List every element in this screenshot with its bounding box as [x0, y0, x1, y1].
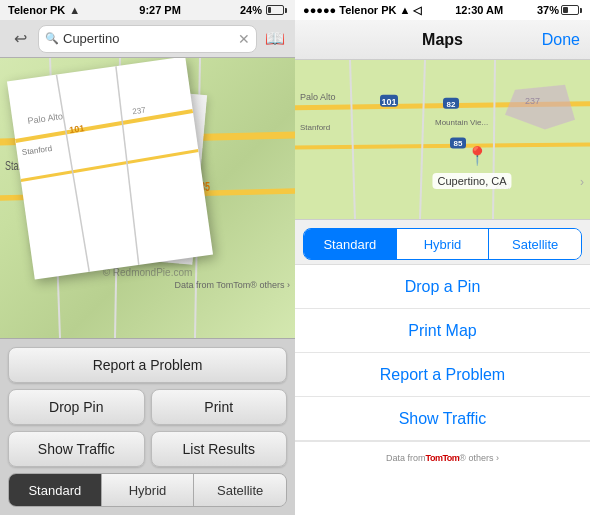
tomtom-text: Data from TomTom® others › — [175, 280, 291, 290]
btn-row-2: Show Traffic List Results — [8, 431, 287, 467]
watermark: © RedmondPie.com — [103, 267, 193, 278]
left-segment-control: Standard Hybrid Satellite — [8, 473, 287, 507]
right-menu: Drop a Pin Print Map Report a Problem Sh… — [295, 264, 590, 515]
svg-text:85: 85 — [454, 139, 463, 148]
map-chevron-icon[interactable]: › — [580, 175, 584, 189]
left-time: 9:27 PM — [139, 4, 181, 16]
svg-text:Stanford: Stanford — [21, 144, 52, 157]
svg-text:237: 237 — [132, 105, 147, 116]
right-nav-bar: Maps Done — [295, 20, 590, 60]
left-buttons: Report a Problem Drop Pin Print Show Tra… — [0, 338, 295, 515]
list-results-button[interactable]: List Results — [151, 431, 288, 467]
report-problem-button[interactable]: Report a Problem — [8, 347, 287, 383]
right-segment-control: Standard Hybrid Satellite — [303, 228, 582, 260]
svg-text:Mountain Vie...: Mountain Vie... — [435, 118, 488, 127]
right-map-area: 101 82 85 237 280 Palo Alto Stanford Mou… — [295, 60, 590, 220]
map-fold-paper: Palo Alto Stanford 101 237 — [7, 58, 213, 280]
wifi-icon: ▲ — [69, 4, 80, 16]
tomtom-logo: TomTom — [426, 453, 460, 463]
left-battery — [266, 5, 287, 15]
map-pin-icon: 📍 — [466, 145, 488, 167]
right-segment-hybrid[interactable]: Hybrid — [397, 229, 490, 259]
menu-item-print-map[interactable]: Print Map — [295, 309, 590, 353]
left-status-bar: Telenor PK ▲ 9:27 PM 24% — [0, 0, 295, 20]
right-nav-title: Maps — [422, 31, 463, 49]
left-status-right: 24% — [240, 4, 287, 16]
right-status-bar: ●●●●● Telenor PK ▲ ◁ 12:30 AM 37% — [295, 0, 590, 20]
svg-text:82: 82 — [447, 100, 456, 109]
left-segment-standard[interactable]: Standard — [9, 474, 102, 506]
right-carrier: Telenor PK — [339, 4, 396, 16]
right-battery — [561, 5, 582, 15]
left-battery-pct: 24% — [240, 4, 262, 16]
svg-text:Palo Alto: Palo Alto — [300, 92, 336, 102]
right-panel: ●●●●● Telenor PK ▲ ◁ 12:30 AM 37% Maps D… — [295, 0, 590, 515]
drop-pin-button[interactable]: Drop Pin — [8, 389, 145, 425]
search-icon: 🔍 — [45, 32, 59, 45]
print-button[interactable]: Print — [151, 389, 288, 425]
search-clear-icon[interactable]: ✕ — [238, 31, 250, 47]
show-traffic-button[interactable]: Show Traffic — [8, 431, 145, 467]
right-status-left: ●●●●● Telenor PK ▲ ◁ — [303, 4, 421, 17]
right-segment-satellite[interactable]: Satellite — [489, 229, 581, 259]
right-segment-standard[interactable]: Standard — [304, 229, 397, 259]
svg-text:Palo Alto: Palo Alto — [27, 111, 64, 126]
menu-item-show-traffic[interactable]: Show Traffic — [295, 397, 590, 441]
left-map-area: Palo Alto Stanford Alviso 101 3D 237 85 … — [0, 58, 295, 338]
left-panel: Telenor PK ▲ 9:27 PM 24% ↩ 🔍 Cupertino ✕… — [0, 0, 295, 515]
right-signal-dots: ●●●●● — [303, 4, 336, 16]
search-container[interactable]: 🔍 Cupertino ✕ — [38, 25, 257, 53]
left-carrier: Telenor PK — [8, 4, 65, 16]
right-battery-pct: 37% — [537, 4, 559, 16]
bookmarks-icon[interactable]: 📖 — [261, 25, 289, 53]
left-tomtom-credit: Data from TomTom® others › — [175, 280, 291, 290]
left-segment-hybrid[interactable]: Hybrid — [102, 474, 195, 506]
svg-text:101: 101 — [381, 97, 396, 107]
svg-line-15 — [20, 151, 199, 181]
done-button[interactable]: Done — [542, 31, 580, 49]
right-time: 12:30 AM — [455, 4, 503, 16]
right-tomtom-credit: Data from TomTom ® others › — [295, 441, 590, 473]
btn-row-1: Drop Pin Print — [8, 389, 287, 425]
left-status-left: Telenor PK ▲ — [8, 4, 80, 16]
right-wifi: ▲ — [400, 4, 411, 16]
svg-rect-22 — [295, 60, 590, 219]
left-segment-satellite[interactable]: Satellite — [194, 474, 286, 506]
menu-item-report-problem[interactable]: Report a Problem — [295, 353, 590, 397]
back-button[interactable]: ↩ — [6, 25, 34, 53]
svg-text:101: 101 — [69, 123, 85, 135]
right-status-right: 37% — [537, 4, 582, 16]
svg-text:Stanford: Stanford — [300, 123, 330, 132]
search-value: Cupertino — [63, 31, 238, 46]
map-label-cupertino: Cupertino, CA — [432, 173, 511, 189]
right-location-icon: ◁ — [413, 4, 421, 17]
left-search-bar: ↩ 🔍 Cupertino ✕ 📖 — [0, 20, 295, 58]
menu-item-drop-pin[interactable]: Drop a Pin — [295, 265, 590, 309]
